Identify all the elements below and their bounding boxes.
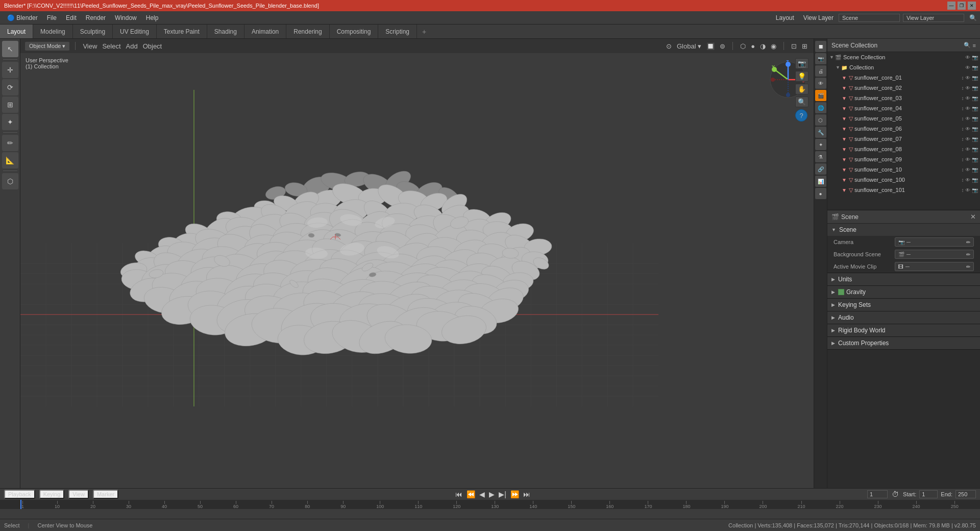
outliner-item-sunflower-core-01[interactable]: ▼ ▽ sunflower_core_01 ↕ 👁 📷 <box>827 73 980 83</box>
props-tab-scene-icon[interactable]: 🔲 <box>815 41 826 52</box>
prop-movie-clip-value[interactable]: 🎞 ─ ✏ <box>895 262 974 271</box>
tool-annotate[interactable]: ✏ <box>2 135 18 151</box>
shading-render[interactable]: ◉ <box>769 41 778 51</box>
outliner-item-sunflower-core-03[interactable]: ▼ ▽ sunflower_core_03 ↕ 👁 📷 <box>827 93 980 103</box>
props-tab-data-icon[interactable]: 📊 <box>815 176 826 187</box>
pan-icon[interactable]: ✋ <box>795 84 808 94</box>
tool-select[interactable]: ↖ <box>2 41 18 57</box>
play-btn[interactable]: ▶ <box>488 490 496 498</box>
prop-section-custom-properties-header[interactable]: ▶ Custom Properties <box>827 337 980 349</box>
prop-section-scene-header[interactable]: ▼ Scene <box>827 224 980 236</box>
tool-measure[interactable]: 📐 <box>2 152 18 168</box>
outliner-item-sunflower-core-101[interactable]: ▼ ▽ sunflower_core_101 ↕ 👁 📷 <box>827 185 980 195</box>
shading-solid[interactable]: ● <box>749 41 757 51</box>
menu-window[interactable]: Window <box>111 13 141 23</box>
props-tab-object-icon[interactable]: ⬡ <box>815 114 826 126</box>
end-frame-input[interactable] <box>955 490 976 498</box>
timeline-playback-menu[interactable]: Playback <box>4 490 35 499</box>
outliner-filter-btn[interactable]: 🔍 <box>964 42 971 49</box>
timeline-view-menu[interactable]: View <box>68 490 89 499</box>
properties-close-btn[interactable]: ✕ <box>970 213 976 221</box>
menu-edit[interactable]: Edit <box>62 13 81 23</box>
nav-button[interactable]: ? <box>795 109 807 122</box>
prop-section-gravity-header[interactable]: ▶ Gravity <box>827 286 980 298</box>
transform-space[interactable]: Global ▾ <box>675 41 703 51</box>
outliner-item-collection[interactable]: ▼ 📁 Collection 👁 📷 <box>827 62 980 73</box>
props-tab-constraints-icon[interactable]: 🔗 <box>815 163 826 175</box>
start-frame-input[interactable] <box>919 490 938 498</box>
close-button[interactable]: ✕ <box>968 2 976 10</box>
tab-scripting[interactable]: Scripting <box>378 25 417 38</box>
timeline-marker-menu[interactable]: Marker <box>93 490 118 499</box>
outliner[interactable]: ▼ 🎬 Scene Collection 👁 📷 ▼ 📁 Collection … <box>827 52 980 210</box>
prev-frame-btn[interactable]: ◀ <box>478 490 486 498</box>
minimize-button[interactable]: — <box>947 2 955 10</box>
prop-section-keying-sets-header[interactable]: ▶ Keying Sets <box>827 299 980 311</box>
menu-blender[interactable]: 🔵 Blender <box>3 13 42 23</box>
timeline-ruler[interactable]: 1 10 20 30 40 50 60 70 80 90 100 110 120… <box>0 500 980 509</box>
tab-uv-editing[interactable]: UV Editing <box>113 25 157 38</box>
select-menu[interactable]: Select <box>100 41 122 51</box>
outliner-item-sunflower-core-04[interactable]: ▼ ▽ sunflower_core_04 ↕ 👁 📷 <box>827 103 980 113</box>
shading-wireframe[interactable]: ⬡ <box>738 41 748 51</box>
prop-bg-scene-value[interactable]: 🎬 ─ ✏ <box>895 250 974 259</box>
props-tab-render-icon[interactable]: 📷 <box>815 53 826 64</box>
shading-material[interactable]: ◑ <box>758 41 768 51</box>
overlay-toggle[interactable]: ⊡ <box>789 41 799 51</box>
restore-button[interactable]: ❐ <box>958 2 966 10</box>
prop-camera-value[interactable]: 📷 ─ ✏ <box>895 237 974 247</box>
props-tab-physics-icon[interactable]: ⚗ <box>815 151 826 162</box>
tab-add-button[interactable]: + <box>417 26 431 38</box>
gravity-checkbox[interactable] <box>838 289 844 295</box>
tab-layout[interactable]: Layout <box>0 25 33 38</box>
view-menu[interactable]: View <box>81 41 99 51</box>
timeline-keying-menu[interactable]: Keying <box>39 490 65 499</box>
snap-toggle[interactable]: 🔲 <box>704 41 717 51</box>
next-keyframe-btn[interactable]: ⏩ <box>509 490 520 498</box>
outliner-item-sunflower-core-07[interactable]: ▼ ▽ sunflower_core_07 ↕ 👁 📷 <box>827 134 980 144</box>
outliner-item-sunflower-core-09[interactable]: ▼ ▽ sunflower_core_09 ↕ 👁 📷 <box>827 154 980 164</box>
add-menu[interactable]: Add <box>124 41 140 51</box>
props-tab-material-icon[interactable]: ● <box>815 188 826 199</box>
outliner-settings-btn[interactable]: ≡ <box>973 42 976 49</box>
props-tab-scene-settings-icon[interactable]: 🎬 <box>815 90 826 101</box>
outliner-item-sunflower-core-02[interactable]: ▼ ▽ sunflower_core_02 ↕ 👁 📷 <box>827 83 980 93</box>
tool-move[interactable]: ✛ <box>2 62 18 78</box>
tab-compositing[interactable]: Compositing <box>330 25 379 38</box>
outliner-item-sunflower-core-06[interactable]: ▼ ▽ sunflower_core_06 ↕ 👁 📷 <box>827 124 980 134</box>
proportional-edit[interactable]: ⊚ <box>718 41 727 51</box>
props-tab-modifier-icon[interactable]: 🔧 <box>815 127 826 138</box>
prev-keyframe-btn[interactable]: ⏪ <box>465 490 476 498</box>
prop-section-units-header[interactable]: ▶ Units <box>827 273 980 285</box>
tab-texture-paint[interactable]: Texture Paint <box>157 25 207 38</box>
prop-section-audio-header[interactable]: ▶ Audio <box>827 311 980 324</box>
tab-sculpting[interactable]: Sculpting <box>73 25 113 38</box>
tool-rotate[interactable]: ⟳ <box>2 79 18 95</box>
outliner-item-sunflower-core-10[interactable]: ▼ ▽ sunflower_core_10 ↕ 👁 📷 <box>827 164 980 175</box>
current-frame-input[interactable] <box>867 490 888 498</box>
menu-file[interactable]: File <box>43 13 61 23</box>
props-tab-output-icon[interactable]: 🖨 <box>815 65 826 77</box>
outliner-item-sunflower-core-08[interactable]: ▼ ▽ sunflower_core_08 ↕ 👁 📷 <box>827 144 980 154</box>
search-vp-icon[interactable]: 🔍 <box>795 96 808 107</box>
tool-add-cube[interactable]: ⬡ <box>2 173 18 189</box>
menu-help[interactable]: Help <box>142 13 163 23</box>
tab-animation[interactable]: Animation <box>244 25 286 38</box>
outliner-item-sunflower-core-100[interactable]: ▼ ▽ sunflower_core_100 ↕ 👁 📷 <box>827 175 980 185</box>
jump-start-btn[interactable]: ⏮ <box>454 490 463 498</box>
outliner-item-sunflower-core-05[interactable]: ▼ ▽ sunflower_core_05 ↕ 👁 📷 <box>827 113 980 124</box>
tab-rendering[interactable]: Rendering <box>286 25 329 38</box>
object-mode-dropdown[interactable]: Object Mode ▾ <box>24 41 70 51</box>
props-tab-particles-icon[interactable]: ✦ <box>815 139 826 150</box>
tab-shading[interactable]: Shading <box>207 25 244 38</box>
props-tab-view-icon[interactable]: 👁 <box>815 78 826 89</box>
outliner-item-scene-collection[interactable]: ▼ 🎬 Scene Collection 👁 📷 <box>827 52 980 62</box>
tab-modeling[interactable]: Modeling <box>33 25 73 38</box>
tool-transform[interactable]: ✦ <box>2 114 18 130</box>
props-tab-world-icon[interactable]: 🌐 <box>815 102 826 113</box>
menu-render[interactable]: Render <box>82 13 110 23</box>
xray-toggle[interactable]: ⊞ <box>800 41 810 51</box>
object-menu[interactable]: Object <box>141 41 164 51</box>
light-icon[interactable]: 💡 <box>795 71 808 82</box>
tool-scale[interactable]: ⊞ <box>2 96 18 113</box>
